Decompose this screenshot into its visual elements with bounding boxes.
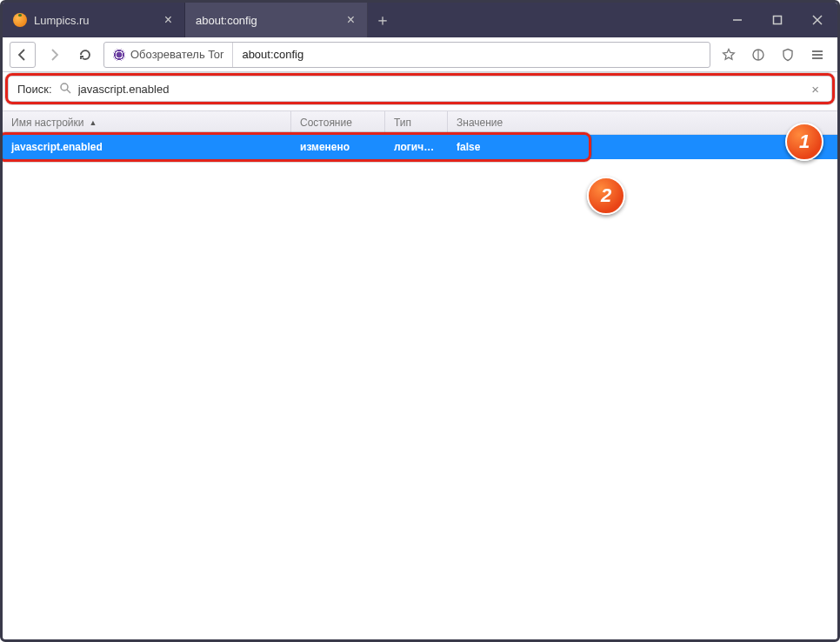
config-search-bar: Поиск: × (8, 76, 832, 102)
tab-title: about:config (196, 14, 338, 27)
title-bar: Lumpics.ru × about:config × ＋ (3, 3, 837, 37)
pref-type: логическ… (385, 141, 448, 153)
identity-block[interactable]: Обозреватель Tor (104, 43, 233, 67)
tor-circuit-icon[interactable] (745, 42, 771, 68)
browser-window: Lumpics.ru × about:config × ＋ (0, 0, 840, 642)
window-controls (717, 3, 837, 37)
pref-name: javascript.enabled (3, 141, 291, 153)
reload-button[interactable] (72, 42, 98, 68)
config-search-row: Поиск: × (8, 76, 832, 102)
config-table-header: Имя настройки ▲ Состояние Тип Значение (3, 110, 837, 135)
security-shield-icon[interactable] (775, 42, 801, 68)
tab-about-config[interactable]: about:config × (185, 3, 368, 37)
clear-search-icon[interactable]: × (808, 82, 823, 97)
tor-onion-icon (113, 49, 125, 61)
sort-ascending-icon: ▲ (90, 118, 97, 127)
search-icon (59, 82, 71, 97)
config-search-input[interactable] (78, 83, 802, 96)
column-header-value[interactable]: Значение (448, 111, 837, 134)
close-tab-icon[interactable]: × (163, 12, 174, 28)
close-window-button[interactable] (797, 3, 837, 37)
identity-label: Обозреватель Tor (130, 48, 223, 61)
svg-line-9 (67, 90, 70, 93)
pref-row-javascript-enabled[interactable]: javascript.enabled изменено логическ… fa… (3, 135, 837, 159)
new-tab-button[interactable]: ＋ (368, 3, 397, 37)
menu-button[interactable] (804, 42, 830, 68)
address-bar[interactable]: Обозреватель Tor about:config (103, 42, 710, 68)
navigation-toolbar: Обозреватель Tor about:config (3, 37, 837, 72)
url-text: about:config (233, 48, 710, 61)
annotation-badge-1: 1 (785, 123, 823, 161)
column-header-type[interactable]: Тип (385, 111, 448, 134)
back-button[interactable] (10, 42, 36, 68)
tab-lumpics[interactable]: Lumpics.ru × (3, 3, 185, 37)
column-header-state[interactable]: Состояние (291, 111, 385, 134)
svg-rect-1 (774, 17, 782, 24)
pref-state: изменено (291, 141, 385, 153)
orange-favicon-icon (13, 13, 27, 27)
minimize-button[interactable] (717, 3, 757, 37)
forward-button[interactable] (41, 42, 67, 68)
column-header-name[interactable]: Имя настройки ▲ (3, 111, 291, 134)
search-label: Поиск: (17, 83, 52, 96)
maximize-button[interactable] (757, 3, 797, 37)
toolbar-right (716, 42, 830, 68)
svg-point-8 (61, 84, 68, 90)
annotation-badge-2: 2 (587, 177, 625, 215)
tab-title: Lumpics.ru (34, 14, 156, 27)
pref-value: false (448, 141, 837, 153)
bookmark-star-icon[interactable] (716, 42, 742, 68)
close-tab-icon[interactable]: × (345, 12, 357, 28)
